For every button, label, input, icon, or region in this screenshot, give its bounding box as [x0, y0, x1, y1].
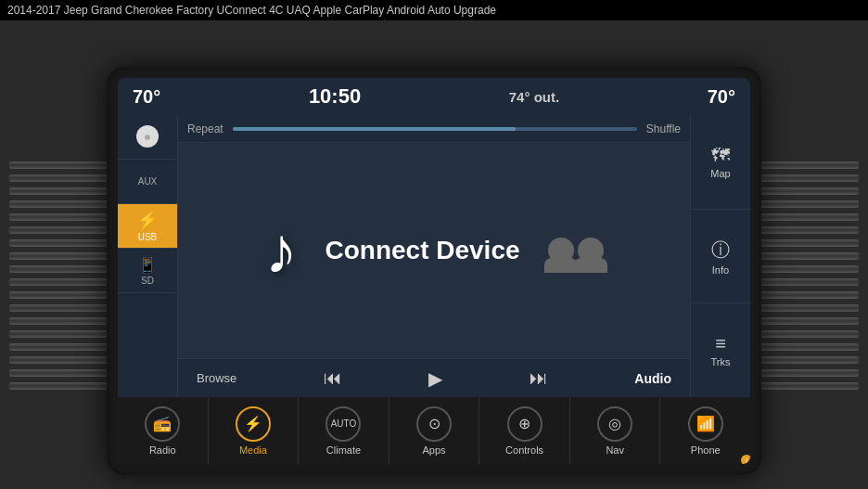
vent-slat — [9, 239, 111, 247]
transport-bar: Browse ⏮ ▶ ⏭ Audio — [178, 358, 690, 397]
vent-slat — [757, 213, 859, 221]
vent-slat — [757, 330, 859, 338]
shuffle-button[interactable]: Shuffle — [646, 122, 681, 135]
progress-bar — [233, 127, 637, 131]
apps-icon: ⊙ — [428, 415, 440, 432]
nav-button-climate[interactable]: AUTO Climate — [299, 397, 389, 464]
usb-label: USB — [138, 232, 158, 242]
tracks-button[interactable]: ≡ Trks — [691, 303, 750, 397]
trks-label: Trks — [711, 356, 731, 367]
screen: 70° 10:50 74° out. 70° ● AUX ⚡ U — [118, 78, 750, 464]
vent-slat — [757, 174, 859, 182]
apps-icon-wrap: ⊙ — [416, 406, 452, 442]
sd-label: SD — [141, 276, 154, 286]
temp-right: 70° — [708, 86, 735, 108]
repeat-button[interactable]: Repeat — [187, 122, 223, 135]
nav-icon: ◎ — [608, 415, 621, 432]
audio-button[interactable]: Audio — [627, 367, 679, 390]
vent-slat — [9, 161, 111, 169]
source-button-sd[interactable]: 📱 SD — [118, 249, 177, 293]
climate-icon: AUTO — [331, 418, 357, 429]
vent-slat — [757, 265, 859, 273]
person-icon-2 — [578, 238, 604, 264]
nav-label: Nav — [606, 444, 624, 456]
vent-slat — [9, 343, 111, 351]
browse-button[interactable]: Browse — [189, 367, 244, 389]
video-title: 2014-2017 Jeep Grand Cherokee Factory UC… — [7, 4, 496, 17]
media-icon: ⚡ — [244, 415, 262, 432]
climate-icon-wrap: AUTO — [326, 406, 361, 442]
vent-slat — [9, 330, 111, 338]
media-icon-wrap: ⚡ — [236, 406, 271, 442]
nav-button-media[interactable]: ⚡ Media — [209, 397, 300, 464]
nav-button-controls[interactable]: ⊕ Controls — [479, 397, 570, 464]
vent-slat — [757, 356, 859, 364]
vent-slat — [9, 265, 111, 273]
people-icons — [548, 238, 604, 264]
radio-icon: 📻 — [153, 415, 172, 432]
vent-slat — [757, 278, 859, 286]
usb-icon: ⚡ — [137, 210, 158, 230]
status-bar: 70° 10:50 74° out. 70° — [118, 78, 750, 115]
bottom-nav: 📻 Radio ⚡ Media AUTO Climate — [118, 397, 750, 464]
phone-icon-wrap: 📶 — [688, 406, 723, 442]
vent-slat — [9, 317, 111, 325]
vent-slat — [757, 200, 859, 208]
right-sidebar: 🗺 Map ⓘ Info ≡ Trks — [690, 115, 750, 397]
nav-button-radio[interactable]: 📻 Radio — [118, 397, 209, 464]
vent-slat — [757, 382, 859, 390]
next-button[interactable]: ⏭ — [522, 364, 555, 392]
media-display: ♪ Connect Device — [178, 143, 690, 358]
vent-slat — [9, 382, 111, 390]
car-background: 70° 10:50 74° out. 70° ● AUX ⚡ U — [0, 20, 868, 489]
source-button-aux[interactable]: AUX — [118, 160, 177, 204]
vent-slat — [757, 343, 859, 351]
repeat-shuffle-bar: Repeat Shuffle — [178, 115, 690, 143]
info-label: Info — [712, 264, 729, 276]
title-bar: 2014-2017 Jeep Grand Cherokee Factory UC… — [0, 0, 868, 20]
vent-slat — [757, 304, 859, 312]
vent-slat — [757, 161, 859, 169]
vent-slat — [757, 252, 859, 260]
vent-slat — [9, 174, 111, 182]
disc-icon: ● — [136, 125, 159, 148]
vent-slat — [757, 187, 859, 195]
vent-left — [0, 41, 121, 489]
nav-button-phone[interactable]: 📶 Phone ! — [660, 397, 750, 464]
controls-icon: ⊕ — [518, 415, 530, 432]
main-area: ● AUX ⚡ USB 📱 SD — [118, 115, 750, 397]
radio-icon-wrap: 📻 — [145, 406, 180, 442]
play-pause-button[interactable]: ▶ — [421, 364, 450, 393]
person-icon-1 — [548, 238, 574, 264]
clock-display: 10:50 — [309, 84, 361, 109]
nav-button-apps[interactable]: ⊙ Apps — [389, 397, 480, 464]
vent-slat — [757, 226, 859, 234]
aux-label: AUX — [138, 176, 158, 187]
vent-slat — [9, 226, 111, 234]
nav-icon-wrap: ◎ — [597, 406, 632, 442]
radio-label: Radio — [149, 444, 176, 456]
vent-slat — [9, 291, 111, 299]
controls-icon-wrap: ⊕ — [507, 406, 542, 442]
phone-icon: 📶 — [696, 415, 715, 432]
map-button[interactable]: 🗺 Map — [691, 115, 750, 210]
info-icon: ⓘ — [711, 238, 730, 263]
nav-button-nav[interactable]: ◎ Nav — [570, 397, 661, 464]
temp-left: 70° — [133, 86, 160, 108]
info-button[interactable]: ⓘ Info — [691, 210, 750, 304]
controls-label: Controls — [505, 444, 543, 456]
media-label: Media — [239, 444, 267, 456]
previous-button[interactable]: ⏮ — [316, 364, 350, 392]
vent-slat — [9, 356, 111, 364]
head-unit: 70° 10:50 74° out. 70° ● AUX ⚡ U — [107, 67, 761, 475]
vent-slat — [9, 213, 111, 221]
vent-slat — [9, 278, 111, 286]
left-sidebar: ● AUX ⚡ USB 📱 SD — [118, 115, 178, 397]
vent-slat — [9, 252, 111, 260]
center-content: Repeat Shuffle ♪ Connect Device — [178, 115, 690, 397]
vent-slat — [757, 317, 859, 325]
source-button-usb[interactable]: ⚡ USB — [118, 204, 177, 249]
source-button-disc[interactable]: ● — [118, 115, 177, 160]
tracks-icon: ≡ — [715, 333, 726, 354]
vent-slat — [9, 200, 111, 208]
